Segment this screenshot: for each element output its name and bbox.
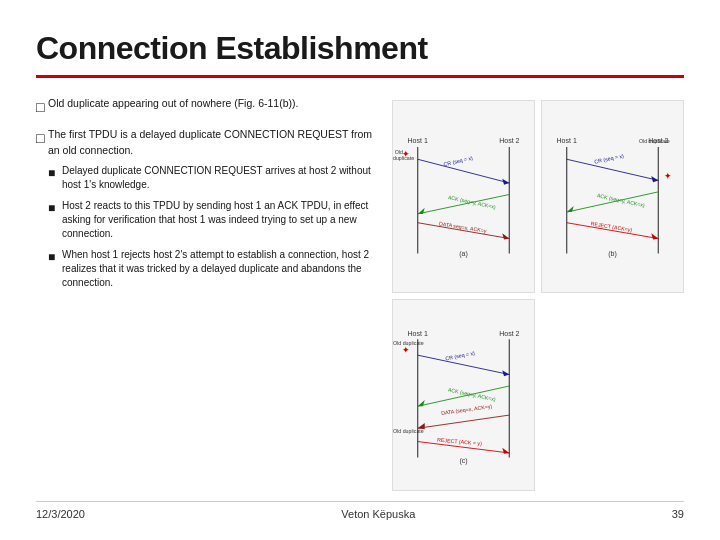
svg-text:Host 2: Host 2: [499, 329, 519, 336]
svg-marker-30: [651, 233, 658, 239]
footer-page: 39: [672, 508, 684, 520]
svg-text:Host 1: Host 1: [407, 329, 427, 336]
svg-marker-14: [502, 233, 509, 239]
footer: 12/3/2020 Veton Këpuska 39: [36, 501, 684, 520]
svg-text:(c): (c): [459, 456, 467, 464]
sub-bullet-text-1: Delayed duplicate CONNECTION REQUEST arr…: [62, 164, 376, 192]
footer-name: Veton Këpuska: [341, 508, 415, 520]
diagram-a: Host 1 Host 2 CR (seq = x) ✦ Old duplica…: [392, 100, 535, 293]
sub-bullet-dot-3: ■: [48, 249, 62, 266]
svg-text:DATA seq=x, ACK=y: DATA seq=x, ACK=y: [439, 220, 488, 233]
svg-text:✦: ✦: [664, 171, 672, 181]
sub-bullet-dot-2: ■: [48, 200, 62, 217]
bullet-text-1: Old duplicate appearing out of nowhere (…: [48, 96, 376, 111]
svg-text:Host 1: Host 1: [556, 137, 576, 144]
svg-text:(b): (b): [608, 250, 617, 258]
svg-marker-50: [502, 447, 509, 453]
sub-bullet-text-2: Host 2 reacts to this TPDU by sending ho…: [62, 199, 376, 241]
footer-date: 12/3/2020: [36, 508, 85, 520]
sub-bullet-item-3: ■ When host 1 rejects host 2's attempt t…: [48, 248, 376, 290]
svg-text:Old duplicate: Old duplicate: [393, 427, 424, 433]
title-area: Connection Establishment: [36, 30, 684, 78]
svg-text:(a): (a): [459, 250, 468, 258]
svg-text:REJECT (ACK=y): REJECT (ACK=y): [590, 220, 633, 233]
bullet-text-2: The first TPDU is a delayed duplicate CO…: [48, 127, 376, 296]
svg-text:Old duplicate: Old duplicate: [639, 138, 670, 144]
sub-bullet-item-1: ■ Delayed duplicate CONNECTION REQUEST a…: [48, 164, 376, 192]
svg-marker-23: [651, 176, 658, 182]
svg-line-39: [418, 355, 510, 374]
svg-text:ACK (seq=y, ACK=x): ACK (seq=y, ACK=x): [447, 194, 496, 210]
svg-text:ACK (seq=y, ACK=x): ACK (seq=y, ACK=x): [596, 192, 645, 208]
sub-bullet-item-2: ■ Host 2 reacts to this TPDU by sending …: [48, 199, 376, 241]
svg-marker-40: [502, 370, 509, 376]
content-area: □ Old duplicate appearing out of nowhere…: [36, 96, 684, 491]
svg-marker-5: [502, 179, 509, 185]
diagram-b: Host 1 Host 2 Old duplicate CR (seq = x)…: [541, 100, 684, 293]
slide-title: Connection Establishment: [36, 30, 684, 67]
svg-text:Host 2: Host 2: [499, 137, 519, 144]
bullet-item-2: □ The first TPDU is a delayed duplicate …: [36, 127, 376, 296]
slide: Connection Establishment □ Old duplicate…: [0, 0, 720, 540]
svg-line-22: [567, 159, 659, 180]
diagram-empty: [541, 299, 684, 492]
svg-text:Old: Old: [395, 149, 403, 155]
sub-bullets: ■ Delayed duplicate CONNECTION REQUEST a…: [48, 164, 376, 290]
svg-text:DATA (seq=x, ACK=y): DATA (seq=x, ACK=y): [441, 402, 493, 415]
bullet-dot-2: □: [36, 128, 48, 148]
svg-line-45: [418, 415, 510, 428]
svg-text:CR (seq = x): CR (seq = x): [443, 155, 474, 168]
text-column: □ Old duplicate appearing out of nowhere…: [36, 96, 376, 491]
diagram-column: Host 1 Host 2 CR (seq = x) ✦ Old duplica…: [392, 96, 684, 491]
svg-text:CR (seq = x): CR (seq = x): [445, 349, 476, 361]
svg-text:duplicate: duplicate: [393, 155, 414, 161]
svg-text:Host 1: Host 1: [407, 137, 427, 144]
sub-bullet-dot-1: ■: [48, 165, 62, 182]
svg-text:✦: ✦: [402, 345, 410, 355]
bullet-item-1: □ Old duplicate appearing out of nowhere…: [36, 96, 376, 117]
svg-text:CR (seq = x): CR (seq = x): [594, 153, 625, 165]
diagram-c: Host 1 Host 2 Old duplicate ✦ CR (seq = …: [392, 299, 535, 492]
bullet-text-2-main: The first TPDU is a delayed duplicate CO…: [48, 128, 372, 155]
sub-bullet-text-3: When host 1 rejects host 2's attempt to …: [62, 248, 376, 290]
svg-text:ACK (seq=y, ACK=x): ACK (seq=y, ACK=x): [447, 386, 496, 402]
bullet-dot-1: □: [36, 97, 48, 117]
